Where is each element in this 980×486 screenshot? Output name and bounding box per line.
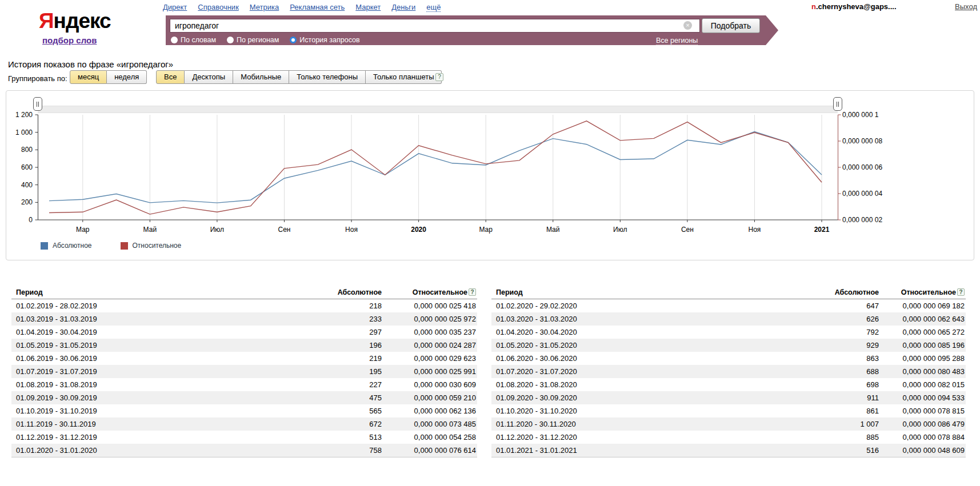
nav-link-metrica[interactable]: Метрика	[250, 3, 279, 11]
history-chart	[6, 91, 974, 260]
y-axis-left-label: 800	[6, 146, 33, 154]
cell-relative: 0,000 000 030 609	[382, 380, 477, 389]
cell-relative: 0,000 000 076 614	[382, 446, 477, 455]
cell-relative: 0,000 000 054 258	[382, 433, 477, 441]
device-filter-desktop[interactable]: Десктопы	[185, 70, 233, 84]
submit-button[interactable]: Подобрать	[702, 18, 760, 33]
nav-link-more[interactable]: ещё	[426, 3, 441, 12]
x-axis-label: Сен	[667, 226, 707, 234]
table-row: 01.02.2019 - 28.02.20192180,000 000 025 …	[11, 299, 477, 312]
nav-link-ad-network[interactable]: Рекламная сеть	[290, 3, 345, 11]
wordstat-home-link[interactable]: подбор слов	[42, 35, 97, 45]
y-axis-right-label: 0,000 000 04	[842, 190, 917, 198]
cell-period: 01.12.2019 - 31.12.2019	[11, 433, 307, 441]
search-mode-by-words[interactable]: По словам	[171, 36, 216, 44]
relative-help-icon[interactable]: ?	[469, 288, 476, 296]
x-axis-label: Мар	[466, 226, 506, 234]
range-slider-left-handle-icon[interactable]	[33, 97, 42, 111]
device-filter-help-icon[interactable]: ?	[435, 73, 443, 81]
cell-relative: 0,000 000 048 609	[879, 446, 966, 455]
cell-absolute: 758	[307, 446, 382, 455]
account-email[interactable]: n.chernysheva@gaps....	[811, 2, 897, 11]
legend-item: Абсолютное	[41, 242, 92, 250]
cell-relative-value: 0,000 000 069 182	[903, 302, 965, 310]
clear-input-icon[interactable]: ×	[683, 21, 692, 30]
cell-absolute: 475	[307, 393, 382, 402]
device-filter-switcher: ВсеДесктопыМобильныеТолько телефоныТольк…	[156, 70, 442, 84]
nav-link-directory[interactable]: Справочник	[198, 3, 239, 11]
group-by-week[interactable]: неделя	[107, 70, 147, 84]
nav-link-direct[interactable]: Директ	[163, 3, 187, 11]
cell-period: 01.04.2020 - 30.04.2020	[491, 328, 805, 336]
cell-relative: 0,000 000 065 272	[879, 328, 966, 336]
all-regions-link[interactable]: Все регионы	[656, 37, 698, 45]
search-input[interactable]	[170, 19, 700, 33]
cell-period: 01.05.2019 - 31.05.2019	[11, 341, 307, 350]
table-row: 01.06.2019 - 30.06.20192190,000 000 029 …	[11, 352, 477, 365]
table-row: 01.11.2019 - 30.11.20196720,000 000 073 …	[11, 417, 477, 431]
cell-relative: 0,000 000 078 884	[879, 433, 966, 441]
device-filter-all[interactable]: Все	[156, 70, 185, 84]
y-axis-right-label: 0,000 000 1	[842, 111, 917, 119]
cell-relative-value: 0,000 000 078 815	[903, 407, 965, 415]
device-filter-phones-only[interactable]: Только телефоны	[289, 70, 366, 84]
radio-icon[interactable]	[171, 37, 178, 43]
device-filter-mobile[interactable]: Мобильные	[233, 70, 289, 84]
device-filter-tablets-only[interactable]: Только планшеты	[366, 70, 442, 84]
cell-period: 01.12.2020 - 31.12.2020	[491, 433, 805, 441]
cell-relative-value: 0,000 000 029 623	[414, 354, 476, 363]
x-axis-label: Ноя	[734, 226, 774, 234]
chart-panel: АбсолютноеОтносительное МарМайИюлСенНоя2…	[6, 90, 974, 260]
cell-relative-value: 0,000 000 086 479	[903, 420, 965, 428]
legend-item: Относительное	[121, 242, 182, 250]
search-mode-label: История запросов	[299, 36, 359, 44]
table-row: 01.03.2019 - 31.03.20192330,000 000 025 …	[11, 312, 477, 326]
group-by-month[interactable]: месяц	[70, 70, 107, 84]
nav-link-money[interactable]: Деньги	[391, 3, 415, 11]
cell-absolute: 513	[307, 433, 382, 441]
cell-absolute: 688	[805, 367, 879, 376]
cell-absolute: 929	[805, 341, 879, 350]
relative-help-icon[interactable]: ?	[957, 288, 965, 296]
cell-relative: 0,000 000 062 136	[382, 407, 477, 415]
table-row: 01.11.2020 - 30.11.20201 0070,000 000 08…	[491, 417, 966, 431]
search-mode-by-regions[interactable]: По регионам	[227, 36, 279, 44]
search-mode-switcher: По словамПо регионамИстория запросов	[171, 36, 360, 44]
yandex-logo[interactable]: Яндекс	[39, 9, 111, 33]
cell-absolute: 792	[805, 328, 879, 336]
table-row: 01.09.2019 - 30.09.20194750,000 000 059 …	[11, 391, 477, 404]
cell-absolute: 233	[307, 315, 382, 323]
cell-period: 01.02.2020 - 29.02.2020	[491, 302, 805, 310]
y-axis-right-label: 0,000 000 06	[842, 163, 917, 171]
search-bar: × Подобрать По словамПо регионамИстория …	[166, 15, 778, 45]
cell-period: 01.06.2019 - 30.06.2019	[11, 354, 307, 363]
cell-relative: 0,000 000 025 972	[382, 315, 477, 323]
history-table-2020: ПериодАбсолютноеОтносительное?01.02.2020…	[491, 286, 966, 457]
table-row: 01.02.2020 - 29.02.20206470,000 000 069 …	[491, 299, 966, 312]
search-mode-query-history[interactable]: История запросов	[290, 36, 359, 44]
nav-link-market[interactable]: Маркет	[355, 3, 381, 11]
cell-absolute: 1 007	[805, 420, 879, 428]
y-axis-right-label: 0,000 000 02	[842, 216, 917, 224]
table-row: 01.10.2019 - 31.10.20195650,000 000 062 …	[11, 404, 477, 417]
x-axis-label: 2021	[802, 226, 842, 234]
cell-absolute: 672	[307, 420, 382, 428]
table-row: 01.08.2020 - 31.08.20206980,000 000 082 …	[491, 378, 966, 391]
cell-relative-value: 0,000 000 025 991	[414, 367, 476, 376]
page-title: История показов по фразе «игропедагог»	[8, 59, 173, 69]
x-axis-label: Ноя	[331, 226, 371, 234]
cell-relative-value: 0,000 000 048 609	[903, 446, 965, 455]
cell-relative-value: 0,000 000 035 237	[414, 328, 476, 336]
table-row: 01.06.2020 - 30.06.20208630,000 000 095 …	[491, 352, 966, 365]
logout-link[interactable]: Выход	[955, 2, 977, 11]
legend-swatch-icon	[41, 242, 48, 250]
cell-relative: 0,000 000 080 483	[879, 367, 966, 376]
col-absolute-header: Абсолютное	[805, 288, 879, 296]
range-slider-right-handle-icon[interactable]	[833, 97, 842, 111]
radio-icon[interactable]	[227, 37, 234, 43]
account-email-rest: .chernysheva@gaps....	[816, 2, 897, 11]
cell-period: 01.07.2020 - 31.07.2020	[491, 367, 805, 376]
radio-checked-icon[interactable]	[290, 37, 297, 43]
cell-absolute: 861	[805, 407, 879, 415]
cell-period: 01.08.2020 - 31.08.2020	[491, 380, 805, 389]
